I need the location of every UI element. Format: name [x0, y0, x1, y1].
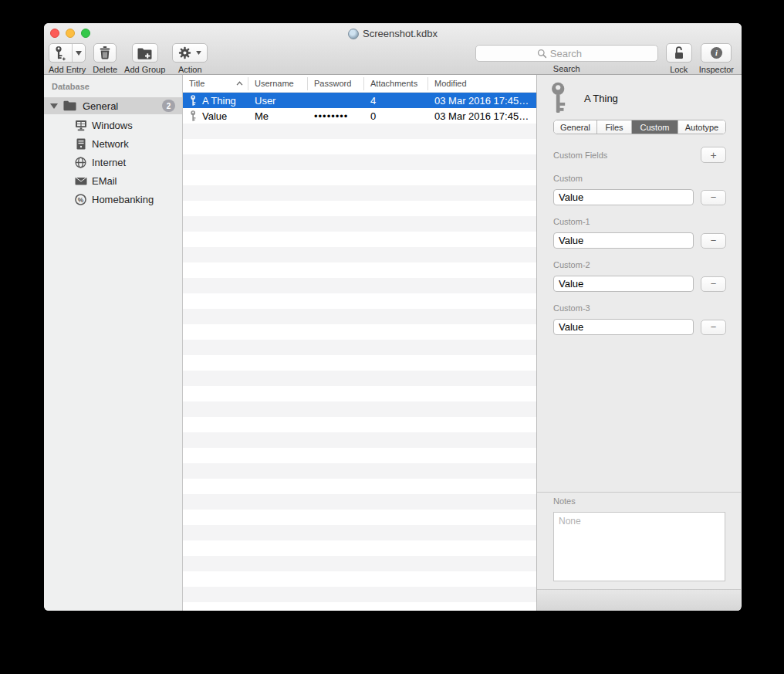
tab-custom[interactable]: Custom — [632, 120, 678, 134]
tab-files[interactable]: Files — [597, 120, 632, 134]
entry-title: A Thing — [584, 93, 618, 104]
server-icon — [74, 137, 87, 151]
add-group-button[interactable] — [132, 43, 158, 63]
sidebar-group-list: Windows Network Internet EMail % Homeban… — [44, 116, 182, 208]
sidebar-item-label: Homebanking — [92, 194, 154, 205]
notes-heading: Notes — [553, 496, 576, 506]
folder-icon — [63, 100, 76, 111]
sidebar-item-label: General — [83, 100, 118, 112]
custom-field-group: Custom-3 − — [553, 303, 726, 335]
search-input[interactable] — [550, 48, 596, 59]
main-content: Database General 2 Windows Network In — [44, 75, 742, 611]
folder-plus-icon — [137, 47, 152, 59]
column-header-title[interactable]: Title — [183, 77, 248, 90]
table-header: Title Username Password Attachments Modi… — [183, 75, 536, 93]
empty-row-stripes — [183, 124, 536, 611]
custom-field-input[interactable] — [553, 319, 694, 335]
disclosure-triangle-icon[interactable] — [50, 103, 58, 109]
percent-icon: % — [74, 193, 87, 206]
custom-field-input[interactable] — [553, 232, 694, 249]
window-titlebar: Screenshot.kdbx — [44, 27, 742, 40]
svg-text:i: i — [715, 49, 718, 57]
action-item: Action — [172, 43, 208, 74]
entry-table: Title Username Password Attachments Modi… — [183, 75, 536, 611]
custom-fields-heading: Custom Fields — [553, 151, 607, 160]
table-row[interactable]: A Thing User 4 03 Mar 2016 17:45… — [183, 93, 536, 108]
lock-button[interactable] — [666, 43, 692, 63]
remove-custom-field-button[interactable]: − — [701, 190, 726, 205]
inspector-button[interactable]: i — [701, 43, 732, 63]
sidebar-item-email[interactable]: EMail — [44, 171, 182, 190]
column-header-password[interactable]: Password — [308, 77, 364, 90]
search-icon — [537, 49, 547, 59]
sidebar-item-label: Windows — [92, 120, 133, 131]
search-label: Search — [553, 64, 580, 73]
key-icon — [190, 110, 198, 122]
lock-label: Lock — [670, 65, 688, 74]
column-header-attachments[interactable]: Attachments — [364, 77, 428, 90]
remove-custom-field-button[interactable]: − — [701, 276, 726, 292]
info-icon: i — [710, 46, 723, 59]
sort-ascending-icon — [236, 81, 243, 86]
custom-field-input[interactable] — [553, 189, 694, 205]
remove-custom-field-button[interactable]: − — [701, 320, 726, 335]
add-entry-dropdown-arrow-icon[interactable] — [73, 44, 86, 62]
envelope-icon — [74, 174, 87, 188]
custom-field-label: Custom-1 — [553, 217, 726, 226]
entry-count-badge: 2 — [162, 100, 175, 112]
add-entry-key-icon[interactable] — [49, 44, 72, 62]
window-title: Screenshot.kdbx — [363, 28, 438, 39]
add-entry-button[interactable] — [49, 43, 86, 63]
column-header-username[interactable]: Username — [248, 77, 308, 90]
add-entry-label: Add Entry — [49, 65, 86, 74]
custom-field-label: Custom-3 — [553, 303, 726, 313]
add-entry-item: Add Entry — [49, 43, 86, 74]
search-field[interactable] — [475, 45, 658, 62]
custom-field-label: Custom — [553, 174, 726, 183]
inspector-tabs: General Files Custom Autotype — [553, 120, 726, 134]
table-row[interactable]: Value Me •••••••• 0 03 Mar 2016 17:45… — [183, 108, 536, 124]
custom-field-label: Custom-2 — [553, 260, 726, 269]
sidebar-section-header: Database — [52, 82, 90, 91]
custom-field-input[interactable] — [553, 276, 694, 292]
notes-divider — [537, 492, 741, 493]
document-icon — [348, 29, 359, 39]
action-chevron-down-icon — [196, 51, 201, 55]
add-group-item: Add Group — [124, 43, 165, 74]
trash-icon — [100, 46, 110, 59]
sidebar-item-label: Network — [92, 138, 129, 150]
sidebar-item-internet[interactable]: Internet — [44, 153, 182, 171]
delete-label: Delete — [93, 65, 117, 74]
action-button[interactable] — [172, 43, 208, 63]
globe-icon — [74, 156, 87, 169]
notes-textarea[interactable] — [553, 512, 725, 581]
remove-custom-field-button[interactable]: − — [701, 233, 726, 249]
tab-autotype[interactable]: Autotype — [678, 120, 725, 134]
sidebar-item-homebanking[interactable]: % Homebanking — [44, 190, 182, 208]
inspector-item: i Inspector — [699, 43, 734, 74]
custom-field-group: Custom − — [553, 174, 726, 205]
app-window: Screenshot.kdbx Add Entry — [44, 23, 742, 611]
inspector-panel: A Thing General Files Custom Autotype Cu… — [536, 75, 741, 611]
custom-field-group: Custom-1 − — [553, 217, 726, 249]
add-custom-field-button[interactable]: + — [701, 147, 726, 163]
entry-key-icon — [547, 82, 573, 114]
toolbar: Add Entry Delete Add Group — [49, 43, 734, 74]
sidebar: Database General 2 Windows Network In — [44, 75, 183, 611]
delete-item: Delete — [93, 43, 117, 74]
gear-icon — [178, 46, 191, 59]
action-label: Action — [178, 65, 202, 74]
sidebar-item-label: EMail — [92, 175, 117, 187]
windows-icon — [74, 119, 87, 132]
svg-text:%: % — [78, 195, 84, 203]
sidebar-item-windows[interactable]: Windows — [44, 116, 182, 134]
search-item: Search — [475, 43, 658, 74]
column-header-modified[interactable]: Modified — [428, 77, 536, 90]
sidebar-item-network[interactable]: Network — [44, 134, 182, 153]
sidebar-item-general[interactable]: General 2 — [44, 97, 182, 114]
inspector-footer — [537, 589, 741, 611]
delete-button[interactable] — [93, 43, 117, 63]
tab-general[interactable]: General — [554, 120, 597, 134]
lock-item: Lock — [666, 43, 692, 74]
add-group-label: Add Group — [124, 65, 165, 74]
